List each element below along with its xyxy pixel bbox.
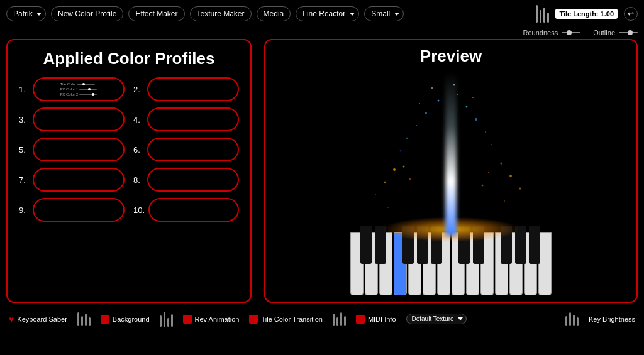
main-content: Applied Color Profiles 1. Tile Color FX <box>0 39 644 303</box>
bg-slider-2 <box>164 312 165 327</box>
svg-point-14 <box>393 168 396 171</box>
keyboard-saber-item: ♥ Keyboard Saber <box>9 314 67 324</box>
profile-slot-6[interactable] <box>147 138 239 161</box>
svg-point-7 <box>485 131 486 133</box>
key-brightness-item: Key Brightness <box>589 315 635 323</box>
svg-point-2 <box>425 112 427 114</box>
white-key-1[interactable] <box>350 232 364 295</box>
preview-title: Preview <box>420 46 482 66</box>
beam-effect <box>445 72 457 236</box>
undo-button[interactable]: ↩ <box>624 7 638 21</box>
svg-point-19 <box>519 188 521 190</box>
mini-label-tile: Tile Color <box>60 82 76 86</box>
tile-color-transition-label: Tile Color Transition <box>261 315 322 323</box>
profile-grid: 1. Tile Color FX Color 1 <box>19 77 239 222</box>
top-bar: Patrik New Color Profile Effect Maker Te… <box>0 0 644 28</box>
white-key-6[interactable] <box>423 232 436 295</box>
white-key-4-active[interactable] <box>394 232 407 295</box>
svg-point-10 <box>419 103 420 104</box>
profile-row-7: 7. <box>19 168 125 192</box>
white-keys <box>350 232 552 295</box>
profile-slot-5[interactable] <box>33 138 125 161</box>
profile-row-9: 9. <box>19 198 125 222</box>
profile-slot-3[interactable] <box>33 107 125 131</box>
bg-slider-3 <box>167 318 169 327</box>
svg-point-22 <box>403 166 405 168</box>
profile-num-7: 7. <box>19 175 29 185</box>
tile-color-transition-icon <box>249 315 258 324</box>
background-item: Background <box>101 315 150 324</box>
ks-slider-3 <box>85 314 87 326</box>
kb-slider-4 <box>577 317 579 326</box>
profile-row-10: 10. <box>133 198 239 222</box>
white-key-8[interactable] <box>452 232 465 295</box>
kb-slider-1 <box>565 316 567 326</box>
slider-4 <box>547 13 549 23</box>
rev-animation-icon <box>183 315 192 324</box>
mini-slider-bar-2 <box>79 89 97 90</box>
roundness-row: Roundness Outline <box>0 28 644 39</box>
profile-slot-8[interactable] <box>147 168 239 192</box>
roundness-control[interactable]: Roundness <box>523 29 580 36</box>
svg-point-24 <box>409 178 411 180</box>
svg-point-8 <box>431 87 433 89</box>
ks-slider-1 <box>77 312 79 326</box>
white-key-3[interactable] <box>379 232 392 295</box>
mini-slider-row-3: FX Color 2 <box>60 92 97 96</box>
white-key-14[interactable] <box>538 232 552 295</box>
outline-label: Outline <box>593 29 615 36</box>
svg-point-5 <box>475 118 477 121</box>
outline-slider[interactable] <box>619 32 638 33</box>
white-key-11[interactable] <box>495 232 508 295</box>
white-key-5[interactable] <box>408 232 421 295</box>
roundness-slider[interactable] <box>562 32 580 33</box>
key-brightness-label: Key Brightness <box>589 315 635 323</box>
midi-info-label: MIDI Info <box>368 315 396 323</box>
ks-slider-2 <box>81 316 83 326</box>
svg-point-11 <box>472 97 474 98</box>
svg-point-20 <box>387 207 389 208</box>
rev-animation-label: Rev Animation <box>195 315 240 323</box>
profile-slot-9[interactable] <box>33 198 125 222</box>
tct-slider-4 <box>344 316 346 326</box>
svg-point-3 <box>466 106 468 108</box>
white-key-10[interactable] <box>480 232 494 295</box>
svg-point-15 <box>501 163 502 165</box>
white-key-13[interactable] <box>524 232 537 295</box>
profile-num-6: 6. <box>133 145 143 155</box>
svg-point-12 <box>400 150 402 152</box>
profile-num-3: 3. <box>19 115 29 124</box>
profile-slot-10[interactable] <box>148 198 239 222</box>
white-key-12[interactable] <box>509 232 523 295</box>
svg-point-17 <box>509 175 512 177</box>
svg-point-25 <box>482 185 484 187</box>
kb-slider-2 <box>569 312 571 326</box>
svg-point-21 <box>504 200 505 202</box>
default-texture-select[interactable]: Default Texture <box>406 314 467 324</box>
size-select[interactable]: Small <box>364 6 404 21</box>
rev-animation-item: Rev Animation <box>183 315 240 324</box>
profile-row-2: 2. <box>133 77 239 101</box>
profile-slot-1[interactable]: Tile Color FX Color 1 FX C <box>33 77 125 101</box>
profile-select[interactable]: Patrik <box>6 6 46 21</box>
profile-slot-7[interactable] <box>33 168 125 192</box>
line-reactor-select[interactable]: Line Reactor <box>296 6 359 21</box>
new-color-profile-button[interactable]: New Color Profile <box>51 6 123 21</box>
background-label: Background <box>113 315 150 323</box>
profile-slot-2[interactable] <box>147 77 239 101</box>
profile-slot-4[interactable] <box>147 107 239 131</box>
white-key-9[interactable] <box>466 232 479 295</box>
left-panel: Applied Color Profiles 1. Tile Color FX <box>6 39 252 303</box>
midi-info-icon <box>356 315 365 324</box>
tct-slider-3 <box>340 312 342 326</box>
texture-maker-button[interactable]: Texture Maker <box>190 6 252 21</box>
mini-label-fx2: FX Color 2 <box>60 92 79 96</box>
profile-row-6: 6. <box>133 138 239 161</box>
media-button[interactable]: Media <box>257 6 291 21</box>
outline-control[interactable]: Outline <box>593 29 638 36</box>
svg-point-16 <box>384 182 386 183</box>
tct-slider-2 <box>336 317 338 326</box>
white-key-7[interactable] <box>437 232 450 295</box>
effect-maker-button[interactable]: Effect Maker <box>128 6 184 21</box>
white-key-2[interactable] <box>365 232 378 295</box>
